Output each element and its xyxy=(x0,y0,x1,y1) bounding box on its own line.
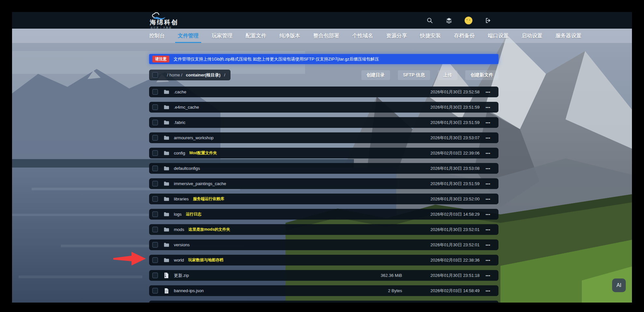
file-name[interactable]: 更新.zip xyxy=(174,273,189,278)
row-menu-button[interactable]: ••• xyxy=(480,136,497,140)
file-row[interactable]: immersive_paintings_cache 2026年01月30日 23… xyxy=(149,178,498,189)
file-name[interactable]: libraries xyxy=(174,197,189,201)
breadcrumb-suffix: / xyxy=(224,73,225,77)
file-row-partial[interactable] xyxy=(149,301,498,303)
row-checkbox[interactable] xyxy=(152,211,158,217)
row-menu-button[interactable]: ••• xyxy=(480,274,497,278)
file-row[interactable]: config Mod配置文件夹 2026年02月03日 22:39:06 ••• xyxy=(149,148,498,158)
file-name[interactable]: immersive_paintings_cache xyxy=(174,181,226,186)
breadcrumb-current[interactable]: container(根目录) xyxy=(186,72,220,78)
file-note: 运行日志 xyxy=(186,211,202,217)
file-date: 2026年01月30日 23:51:18 xyxy=(411,273,480,278)
file-note: 服务端运行依赖库 xyxy=(193,196,224,202)
folder-icon xyxy=(163,135,169,140)
file-date: 2026年02月03日 14:58:29 xyxy=(411,211,480,217)
file-name[interactable]: .cache xyxy=(174,89,186,94)
folder-icon xyxy=(163,105,169,110)
file-row[interactable]: .e4mc_cache 2026年01月30日 23:51:59 ••• xyxy=(149,102,498,113)
file-name[interactable]: world xyxy=(174,258,184,263)
file-name[interactable]: .fabric xyxy=(174,120,185,125)
file-date: 2026年01月30日 23:51:59 xyxy=(411,181,480,187)
row-menu-button[interactable]: ••• xyxy=(480,212,497,216)
folder-icon xyxy=(163,166,169,171)
toolbar-button-group: 创建目录 SFTP 信息 上传 创建新文件 xyxy=(361,70,498,80)
file-name[interactable]: .e4mc_cache xyxy=(174,105,199,110)
folder-icon xyxy=(163,242,169,247)
file-name[interactable]: config xyxy=(174,151,185,156)
row-checkbox[interactable] xyxy=(152,166,158,171)
file-name[interactable]: banned-ips.json xyxy=(174,288,204,293)
row-menu-button[interactable]: ••• xyxy=(480,289,497,293)
sftp-info-button[interactable]: SFTP 信息 xyxy=(398,70,430,80)
file-name[interactable]: logs xyxy=(174,212,182,217)
row-menu-button[interactable]: ••• xyxy=(480,182,497,186)
row-checkbox[interactable] xyxy=(152,196,158,202)
folder-icon xyxy=(163,197,169,201)
red-arrow-annotation xyxy=(113,251,146,266)
create-new-file-button[interactable]: 创建新文件 xyxy=(465,70,498,80)
json-file-icon xyxy=(163,288,169,293)
file-date: 2026年01月30日 23:52:58 xyxy=(411,89,480,95)
breadcrumb[interactable]: / home / container(根目录) / xyxy=(149,70,231,80)
nav-tab[interactable]: 服务器设置 xyxy=(555,29,581,43)
nav-tab[interactable]: 启动设置 xyxy=(522,29,542,43)
file-date: 2026年01月30日 23:52:01 xyxy=(411,242,480,248)
file-date: 2026年01月30日 23:51:59 xyxy=(411,104,480,110)
file-date: 2026年01月30日 23:52:00 xyxy=(411,196,480,202)
folder-icon xyxy=(163,181,169,186)
file-row[interactable]: .cache 2026年01月30日 23:52:58 ••• xyxy=(149,87,498,97)
upload-button[interactable]: 上传 xyxy=(438,70,457,80)
row-checkbox[interactable] xyxy=(152,150,158,156)
row-menu-button[interactable]: ••• xyxy=(480,121,497,125)
row-menu-button[interactable]: ••• xyxy=(480,243,497,247)
create-directory-button[interactable]: 创建目录 xyxy=(361,70,390,80)
row-checkbox[interactable] xyxy=(152,181,158,186)
row-menu-button[interactable]: ••• xyxy=(480,167,497,170)
file-name[interactable]: versions xyxy=(174,242,189,247)
row-checkbox[interactable] xyxy=(152,120,158,125)
file-row[interactable]: armourers_workshop 2026年01月30日 23:53:07 … xyxy=(149,132,498,143)
row-checkbox[interactable] xyxy=(152,104,158,110)
file-row[interactable]: 更新.zip 362.36 MiB 2026年01月30日 23:51:18 •… xyxy=(149,270,498,281)
row-menu-button[interactable]: ••• xyxy=(480,90,497,94)
folder-icon xyxy=(163,212,169,217)
select-all-checkbox[interactable] xyxy=(152,72,158,78)
breadcrumb-prefix[interactable]: / home / xyxy=(167,73,182,77)
file-date: 2026年01月30日 23:51:59 xyxy=(411,120,480,126)
file-row[interactable]: mods 这里是放mods的文件夹 2026年01月30日 23:52:01 •… xyxy=(149,224,498,235)
row-checkbox[interactable] xyxy=(152,227,158,232)
file-list: .cache 2026年01月30日 23:52:58 ••• xyxy=(149,87,498,303)
file-row[interactable]: libraries 服务端运行依赖库 2026年01月30日 23:52:00 … xyxy=(149,194,498,204)
row-menu-button[interactable]: ••• xyxy=(480,228,497,232)
file-row[interactable]: logs 运行日志 2026年02月03日 14:58:29 ••• xyxy=(149,209,498,220)
file-date: 2026年02月03日 22:38:36 xyxy=(411,257,480,263)
folder-icon xyxy=(163,151,169,156)
file-size: 362.36 MiB xyxy=(381,273,402,278)
row-menu-button[interactable]: ••• xyxy=(480,197,497,201)
row-checkbox[interactable] xyxy=(152,257,158,263)
file-name[interactable]: mods xyxy=(174,227,184,232)
file-date: 2026年02月03日 22:39:06 xyxy=(411,150,480,156)
file-row[interactable]: versions 2026年01月30日 23:52:01 ••• xyxy=(149,239,498,250)
file-note: Mod配置文件夹 xyxy=(189,150,217,156)
file-date: 2026年01月30日 23:53:08 xyxy=(411,166,480,171)
folder-icon xyxy=(163,258,169,263)
file-name[interactable]: defaultconfigs xyxy=(174,166,200,171)
file-row[interactable]: banned-ips.json 2 Bytes 2026年02月03日 14:5… xyxy=(149,285,498,296)
row-menu-button[interactable]: ••• xyxy=(480,151,497,155)
file-row[interactable]: .fabric 2026年01月30日 23:51:59 ••• xyxy=(149,117,498,128)
row-menu-button[interactable]: ••• xyxy=(480,258,497,262)
row-checkbox[interactable] xyxy=(152,135,158,141)
ai-assistant-button[interactable]: AI xyxy=(612,278,626,292)
file-note: 这里是放mods的文件夹 xyxy=(189,227,230,232)
row-checkbox[interactable] xyxy=(152,273,158,278)
row-checkbox[interactable] xyxy=(152,242,158,248)
file-row[interactable]: world 玩家数据与地图存档 2026年02月03日 22:38:36 ••• xyxy=(149,255,498,265)
file-row[interactable]: defaultconfigs 2026年01月30日 23:53:08 ••• xyxy=(149,163,498,174)
file-name[interactable]: armourers_workshop xyxy=(174,135,214,140)
folder-icon xyxy=(163,227,169,232)
row-menu-button[interactable]: ••• xyxy=(480,105,497,109)
row-checkbox[interactable] xyxy=(152,89,158,95)
row-checkbox[interactable] xyxy=(152,288,158,293)
file-manager-content: 请注意 文件管理仅支持上传1Gb的.zip格式压缩包 如您上传更大压缩包请使用S… xyxy=(149,12,498,303)
